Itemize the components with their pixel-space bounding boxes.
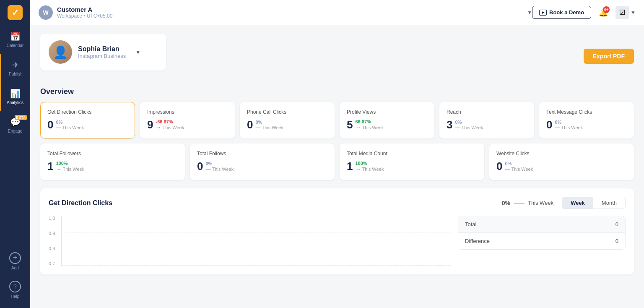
chart-week-button[interactable]: Week xyxy=(562,197,593,209)
period-label: This Week xyxy=(262,125,283,130)
stat-period: — This Week xyxy=(205,166,234,172)
content-area: 👤 Sophia Brian Instagram Business ▼ Expo… xyxy=(30,25,644,308)
stat-period: — This Week xyxy=(255,125,283,131)
stat-card-total-follows[interactable]: Total Follows 0 0% — This Week xyxy=(190,144,335,180)
dash-icon: — xyxy=(555,125,560,131)
chart-pct: 0% xyxy=(502,200,510,206)
chart-section: Get Direction Clicks 0% —— This Week Wee… xyxy=(40,188,634,274)
stat-value-row: 1 100% → This Week xyxy=(47,160,178,173)
sidebar-item-label: Analytics xyxy=(7,100,23,105)
arrow-icon: → xyxy=(156,124,161,131)
grid-line xyxy=(62,216,451,216)
stat-change-col: 100% → This Week xyxy=(56,161,84,172)
profile-card[interactable]: 👤 Sophia Brian Instagram Business ▼ xyxy=(40,34,166,70)
dash-icon: — xyxy=(255,125,260,131)
stat-value: 5 xyxy=(347,118,353,131)
stat-pct: 0% xyxy=(555,120,583,125)
user-avatar-icon: ☑ xyxy=(615,6,629,19)
stat-card-phone-call-clicks[interactable]: Phone Call Clicks 0 0% — This Week xyxy=(240,102,335,138)
chart-left: 1.0 0.9 0.8 0.7 xyxy=(49,216,451,266)
dash-icon: — xyxy=(455,125,460,131)
sidebar-item-help[interactable]: ? Help xyxy=(0,275,30,304)
stat-pct: 0% xyxy=(505,161,533,166)
stat-value-row: 5 66.67% → This Week xyxy=(347,118,427,131)
stat-card-title: Total Media Count xyxy=(347,151,477,157)
sidebar-item-label: Help xyxy=(11,294,20,299)
stat-card-reach[interactable]: Reach 3 0% — This Week xyxy=(439,102,534,138)
stat-value: 0 xyxy=(546,118,552,131)
stat-value: 0 xyxy=(47,118,53,131)
profile-name: Sophia Brian xyxy=(78,45,126,53)
book-demo-label: Book a Demo xyxy=(549,9,584,16)
arrow-icon: → xyxy=(355,124,361,131)
stat-card-text-message-clicks[interactable]: Text Message Clicks 0 0% — This Week xyxy=(539,102,634,138)
stat-card-profile-views[interactable]: Profile Views 5 66.67% → This Week xyxy=(340,102,434,138)
stat-change-col: 0% — This Week xyxy=(555,120,583,131)
stats-table-row: Total 0 xyxy=(458,216,625,233)
export-pdf-button[interactable]: Export PDF xyxy=(584,49,634,64)
sidebar-item-engage[interactable]: 💬 Engage BETA xyxy=(0,111,30,139)
sidebar-item-label: Engage xyxy=(8,129,22,133)
sidebar-item-calendar[interactable]: 📅 Calendar xyxy=(0,25,30,54)
demo-icon: ▶ xyxy=(539,10,547,16)
stat-value-row: 1 100% → This Week xyxy=(347,160,477,173)
stat-card-title: Reach xyxy=(447,109,527,115)
stat-change-col: 0% — This Week xyxy=(205,161,234,172)
stat-change-col: -66.67% → This Week xyxy=(156,119,184,131)
sidebar-item-label: Publish xyxy=(9,72,23,76)
chart-period: This Week xyxy=(528,200,553,206)
profile-dropdown-icon[interactable]: ▼ xyxy=(135,49,141,55)
stat-card-title: Total Followers xyxy=(47,151,178,157)
grid-line xyxy=(62,232,451,232)
chart-right: Total 0 Difference 0 xyxy=(458,216,626,266)
stats-table-val: 0 xyxy=(615,221,618,227)
stat-period: — This Week xyxy=(56,125,84,131)
stat-card-title: Text Message Clicks xyxy=(546,109,627,115)
sidebar-item-publish[interactable]: ✈ Publish xyxy=(0,54,30,82)
stat-card-total-followers[interactable]: Total Followers 1 100% → This Week xyxy=(40,144,185,180)
sidebar-item-analytics[interactable]: 📊 Analytics xyxy=(0,82,30,111)
topbar: W Customer A Workspace • UTC+05:00 ▼ ▶ B… xyxy=(30,0,644,25)
stat-value-row: 0 0% — This Week xyxy=(47,118,128,131)
grid-line xyxy=(62,265,451,266)
stat-card-get-direction-clicks[interactable]: Get Direction Clicks 0 0% — This Week xyxy=(40,102,135,138)
workspace-dropdown-icon[interactable]: ▼ xyxy=(527,10,532,16)
stat-period: — This Week xyxy=(555,125,583,131)
chart-stat: 0% —— This Week xyxy=(502,200,553,206)
overview-title: Overview xyxy=(40,87,634,96)
stat-pct: 0% xyxy=(205,161,234,166)
profile-row: 👤 Sophia Brian Instagram Business ▼ Expo… xyxy=(40,34,634,79)
sidebar-logo[interactable]: ✓ xyxy=(0,0,30,25)
stat-value: 0 xyxy=(197,160,203,173)
stat-card-website-clicks[interactable]: Website Clicks 0 0% — This Week xyxy=(489,144,634,180)
stats-table-label: Difference xyxy=(465,238,615,244)
chart-header: Get Direction Clicks 0% —— This Week Wee… xyxy=(49,197,626,209)
chart-dash: —— xyxy=(514,200,525,206)
stats-grid-row1: Get Direction Clicks 0 0% — This Week Im… xyxy=(40,102,634,138)
y-label: 0.7 xyxy=(49,261,59,266)
notification-button[interactable]: 🔔 9+ xyxy=(596,5,610,20)
profile-platform: Instagram Business xyxy=(78,53,126,59)
stat-value-row: 3 0% — This Week xyxy=(447,118,527,131)
stat-card-impressions[interactable]: Impressions 9 -66.67% → This Week xyxy=(140,102,235,138)
notification-badge: 9+ xyxy=(603,6,610,13)
stat-pct: 0% xyxy=(255,120,283,125)
book-demo-button[interactable]: ▶ Book a Demo xyxy=(532,6,591,19)
stat-card-total-media-count[interactable]: Total Media Count 1 100% → This Week xyxy=(340,144,484,180)
user-menu[interactable]: ☑ ▼ xyxy=(615,6,636,19)
grid-line xyxy=(62,249,451,249)
stat-change-col: 0% — This Week xyxy=(255,120,283,131)
topbar-right: ▶ Book a Demo 🔔 9+ ☑ ▼ xyxy=(532,5,636,20)
chart-month-button[interactable]: Month xyxy=(593,197,625,209)
stat-pct: -66.67% xyxy=(156,119,184,124)
stat-pct: 0% xyxy=(455,120,483,125)
stat-value-row: 0 0% — This Week xyxy=(496,160,627,173)
period-label: This Week xyxy=(362,167,384,172)
chart-y-labels: 1.0 0.9 0.8 0.7 xyxy=(49,216,61,266)
analytics-icon: 📊 xyxy=(10,89,21,99)
period-label: This Week xyxy=(162,125,184,130)
stat-value-row: 0 0% — This Week xyxy=(197,160,327,173)
stat-value-row: 0 0% — This Week xyxy=(247,118,327,131)
stat-change-col: 100% → This Week xyxy=(355,161,384,172)
sidebar-item-add[interactable]: + Add xyxy=(0,247,30,275)
